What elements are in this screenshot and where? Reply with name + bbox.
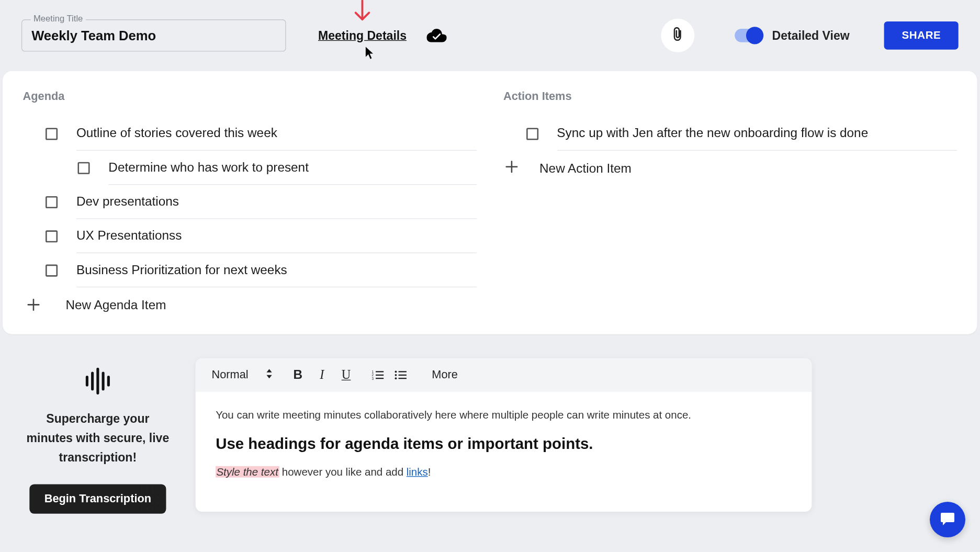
transcription-promo-text: Supercharge your minutes with secure, li… bbox=[24, 409, 172, 467]
underline-button[interactable]: U bbox=[340, 368, 353, 382]
meeting-title-label: Meeting Title bbox=[31, 14, 86, 24]
editor-body[interactable]: You can write meeting minutes collaborat… bbox=[196, 392, 812, 512]
agenda-heading: Agenda bbox=[23, 90, 477, 104]
add-action-label: New Action Item bbox=[539, 161, 632, 176]
cursor-icon bbox=[365, 46, 374, 63]
meeting-title-field: Meeting Title bbox=[21, 19, 286, 51]
header-bar: Meeting Title Meeting Details bbox=[0, 0, 980, 71]
editor-toolbar: Normal B I U 123 More bbox=[196, 358, 812, 392]
bullet-list-button[interactable] bbox=[395, 370, 407, 380]
svg-point-21 bbox=[395, 370, 397, 373]
chat-icon bbox=[939, 510, 956, 529]
bold-button[interactable]: B bbox=[291, 368, 305, 382]
italic-button[interactable]: I bbox=[316, 368, 329, 382]
agenda-item-text[interactable]: UX Presentationss bbox=[76, 228, 477, 253]
detailed-view-label: Detailed View bbox=[772, 28, 850, 42]
arrow-down-icon bbox=[353, 0, 372, 25]
svg-text:3: 3 bbox=[371, 377, 374, 380]
styled-text: Style the text bbox=[216, 466, 279, 478]
action-items-heading: Action Items bbox=[503, 90, 957, 104]
agenda-item: Business Prioritization for next weeks bbox=[23, 253, 477, 287]
editor-card: Normal B I U 123 More You can wri bbox=[196, 358, 812, 512]
editor-paragraph: Style the text however you like and add … bbox=[216, 466, 792, 478]
agenda-checkbox[interactable] bbox=[46, 230, 58, 242]
editor-link[interactable]: links bbox=[407, 466, 428, 478]
agenda-column: Agenda Outline of stories covered this w… bbox=[23, 90, 477, 313]
editor-heading: Use headings for agenda items or importa… bbox=[216, 435, 792, 453]
agenda-item: Outline of stories covered this week bbox=[23, 117, 477, 151]
svg-marker-11 bbox=[266, 375, 272, 378]
share-button[interactable]: SHARE bbox=[884, 21, 958, 50]
agenda-item: Determine who has work to present bbox=[23, 151, 477, 185]
svg-point-23 bbox=[395, 377, 397, 379]
add-agenda-item[interactable]: New Agenda Item bbox=[23, 287, 477, 313]
agenda-checkbox[interactable] bbox=[46, 196, 58, 208]
more-button[interactable]: More bbox=[432, 368, 458, 382]
agenda-item-text[interactable]: Dev presentations bbox=[76, 194, 477, 219]
cloud-saved-icon bbox=[426, 29, 446, 42]
agenda-checkbox[interactable] bbox=[46, 264, 58, 276]
paperclip-icon bbox=[672, 27, 684, 44]
add-agenda-label: New Agenda Item bbox=[65, 298, 166, 313]
meeting-details-link[interactable]: Meeting Details bbox=[318, 28, 407, 42]
chat-button[interactable] bbox=[930, 502, 965, 537]
agenda-item-text[interactable]: Outline of stories covered this week bbox=[76, 126, 477, 151]
detailed-view-toggle[interactable] bbox=[735, 29, 763, 42]
add-action-item[interactable]: New Action Item bbox=[503, 151, 957, 177]
svg-point-22 bbox=[395, 374, 397, 376]
agenda-checkbox[interactable] bbox=[46, 128, 58, 140]
editor-paragraph: You can write meeting minutes collaborat… bbox=[216, 409, 792, 421]
plus-icon bbox=[27, 298, 41, 313]
meeting-title-input[interactable] bbox=[21, 19, 286, 51]
attachment-button[interactable] bbox=[661, 19, 694, 52]
action-item-text[interactable]: Sync up with Jen after the new onboardin… bbox=[557, 126, 957, 151]
bottom-section: Supercharge your minutes with secure, li… bbox=[0, 334, 980, 514]
agenda-checkbox[interactable] bbox=[77, 162, 89, 174]
ordered-list-button[interactable]: 123 bbox=[371, 370, 384, 380]
action-items-column: Action Items Sync up with Jen after the … bbox=[503, 90, 957, 313]
agenda-item-text[interactable]: Business Prioritization for next weeks bbox=[76, 263, 477, 287]
plus-icon bbox=[504, 160, 518, 177]
agenda-item-text[interactable]: Determine who has work to present bbox=[108, 160, 476, 185]
audio-wave-icon bbox=[82, 365, 114, 400]
agenda-item: Dev presentations bbox=[23, 185, 477, 219]
agenda-item: UX Presentationss bbox=[23, 219, 477, 253]
transcription-promo: Supercharge your minutes with secure, li… bbox=[24, 358, 172, 514]
main-panel: Agenda Outline of stories covered this w… bbox=[3, 71, 977, 334]
svg-marker-10 bbox=[266, 369, 272, 372]
format-select[interactable]: Normal bbox=[211, 368, 272, 382]
begin-transcription-button[interactable]: Begin Transcription bbox=[30, 485, 166, 514]
action-item: Sync up with Jen after the new onboardin… bbox=[503, 117, 957, 151]
action-checkbox[interactable] bbox=[526, 128, 538, 140]
select-caret-icon bbox=[266, 368, 273, 382]
